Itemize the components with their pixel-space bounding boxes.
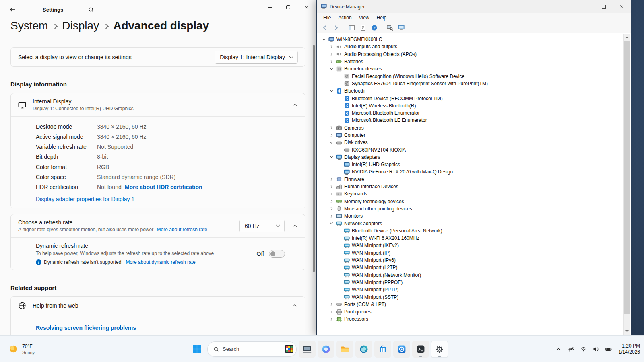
close-button[interactable] [613, 0, 631, 13]
minimize-button[interactable] [576, 0, 594, 13]
tree-item-win-8egmfkk00lc[interactable]: WIN-8EGMFKK00LC [318, 36, 623, 43]
taskbar-blue-app-button[interactable] [393, 341, 410, 358]
tray-volume-icon[interactable] [591, 344, 601, 354]
display-information-header[interactable]: Internal Display Display 1: Connected to… [11, 93, 305, 116]
tree-item-print-queues[interactable]: Print queues [318, 308, 623, 315]
tray-battery-icon[interactable] [604, 344, 613, 354]
tree-item-wan-miniport-network-monitor[interactable]: WAN Miniport (Network Monitor) [318, 272, 623, 279]
update-driver-icon[interactable] [396, 23, 407, 33]
start-button[interactable] [188, 341, 205, 358]
tree-item-keyboards[interactable]: Keyboards [318, 190, 623, 197]
tree-item-bluetooth-device-personal-area-network[interactable]: Bluetooth Device (Personal Area Network) [318, 227, 623, 234]
help-link-flickering[interactable]: Resolving screen flickering problems [36, 325, 136, 331]
maximize-button[interactable] [594, 0, 613, 13]
tree-caret-icon[interactable] [329, 199, 336, 204]
taskbar-store-button[interactable] [374, 341, 391, 358]
menu-file[interactable]: File [320, 13, 334, 22]
tree-item-ports-com-lpt[interactable]: Ports (COM & LPT) [318, 301, 623, 308]
back-arrow-icon[interactable] [320, 23, 330, 33]
settings-scrollbar[interactable] [313, 45, 315, 272]
tree-item-bluetooth[interactable]: Bluetooth [318, 87, 623, 95]
tree-caret-icon[interactable] [329, 45, 336, 49]
taskbar-dark-device-button[interactable] [299, 341, 316, 358]
tree-caret-icon[interactable] [329, 302, 336, 306]
tree-caret-icon[interactable] [329, 60, 336, 64]
tree-caret-icon[interactable] [329, 185, 336, 189]
display-selector-dropdown[interactable]: Display 1: Internal Display [215, 51, 298, 64]
search-button[interactable] [84, 3, 98, 16]
tree-caret-icon[interactable] [329, 155, 336, 159]
tree-item-processors[interactable]: Processors [318, 315, 623, 323]
scan-hardware-icon[interactable] [385, 23, 395, 33]
breadcrumb-system[interactable]: System [10, 19, 48, 32]
tree-item-wan-miniport-ip[interactable]: WAN Miniport (IP) [318, 249, 623, 257]
tree-item-intel-r-uhd-graphics[interactable]: Intel(R) UHD Graphics [318, 161, 623, 168]
tree-item-mice-and-other-pointing-devices[interactable]: Mice and other pointing devices [318, 205, 623, 212]
tree-item-wan-miniport-pppoe[interactable]: WAN Miniport (PPPOE) [318, 279, 623, 286]
taskbar-settings-gear-button[interactable] [431, 341, 448, 358]
refresh-rate-header[interactable]: Choose a refresh rate A higher rate give… [11, 214, 305, 237]
tree-item-wan-miniport-sstp[interactable]: WAN Miniport (SSTP) [318, 293, 623, 300]
tree-item-wan-miniport-ikev2[interactable]: WAN Miniport (IKEv2) [318, 242, 623, 249]
tree-item-batteries[interactable]: Batteries [318, 58, 623, 65]
back-button[interactable] [6, 3, 19, 16]
tree-item-display-adapters[interactable]: Display adapters [318, 154, 623, 161]
tree-caret-icon[interactable] [329, 206, 336, 211]
help-icon[interactable]: ? [369, 23, 380, 33]
tree-caret-icon[interactable] [329, 317, 336, 321]
display-adapter-properties-link[interactable]: Display adapter properties for Display 1 [11, 193, 305, 208]
refresh-rate-dropdown[interactable]: 60 Hz [239, 220, 285, 232]
taskbar-clock[interactable]: 1:20 PM 1/14/2026 [619, 343, 640, 355]
more-about-dynamic-refresh-link[interactable]: More about dynamic refresh rate [126, 259, 195, 265]
tree-caret-icon[interactable] [329, 125, 336, 130]
tree-caret-icon[interactable] [329, 89, 336, 93]
tree-item-facial-recognition-windows-hello-software-device[interactable]: Facial Recognition (Windows Hello) Softw… [318, 72, 623, 80]
more-about-refresh-rate-link[interactable]: More about refresh rate [157, 227, 207, 232]
tree-caret-icon[interactable] [329, 133, 336, 138]
taskbar-copilot-button[interactable] [318, 341, 334, 358]
collapse-expander-button[interactable] [293, 222, 298, 230]
tree-caret-icon[interactable] [329, 192, 336, 196]
tray-eye-slash-icon[interactable] [566, 344, 576, 354]
nav-menu-button[interactable] [22, 3, 35, 16]
tree-item-cameras[interactable]: Cameras [318, 124, 623, 132]
tree-caret-icon[interactable] [329, 221, 336, 226]
scroll-up-icon[interactable] [624, 34, 630, 41]
tree-item-computer[interactable]: Computer [318, 132, 623, 139]
collapse-expander-button[interactable] [293, 101, 298, 109]
minimize-button[interactable] [260, 0, 279, 14]
tree-caret-icon[interactable] [329, 310, 336, 314]
tree-item-wan-miniport-pptp[interactable]: WAN Miniport (PPTP) [318, 286, 623, 293]
close-button[interactable] [297, 0, 316, 14]
dm-scrollbar[interactable] [623, 34, 630, 335]
tray-chevron-up-icon[interactable] [554, 344, 564, 354]
breadcrumb-display[interactable]: Display [62, 19, 99, 32]
tree-caret-icon[interactable] [329, 67, 336, 71]
tree-item-network-adapters[interactable]: Network adapters [318, 220, 623, 227]
tree-item-monitors[interactable]: Monitors [318, 212, 623, 220]
tree-item-synaptics-fs7604-touch-fingerprint-sensor-with-pureprint-tm[interactable]: Synaptics FS7604 Touch Fingerprint Senso… [318, 80, 623, 87]
scrollbar-thumb[interactable] [624, 41, 630, 314]
console-tree-icon[interactable] [347, 23, 357, 33]
tree-item-disk-drives[interactable]: Disk drives [318, 139, 623, 146]
menu-help[interactable]: Help [373, 13, 390, 22]
tree-item-human-interface-devices[interactable]: Human Interface Devices [318, 183, 623, 190]
tree-item-microsoft-bluetooth-le-enumerator[interactable]: Microsoft Bluetooth LE Enumerator [318, 117, 623, 124]
tree-item-wan-miniport-l2tp[interactable]: WAN Miniport (L2TP) [318, 264, 623, 271]
tray-wifi-icon[interactable] [579, 344, 588, 354]
tree-item-wan-miniport-ipv6[interactable]: WAN Miniport (IPv6) [318, 257, 623, 264]
help-from-web-header[interactable]: Help from the web [11, 297, 305, 315]
tree-item-audio-processing-objects-apos[interactable]: Audio Processing Objects (APOs) [318, 51, 623, 58]
tree-caret-icon[interactable] [329, 177, 336, 181]
tree-item-audio-inputs-and-outputs[interactable]: Audio inputs and outputs [318, 43, 623, 50]
tree-item-bluetooth-device-rfcomm-protocol-tdi[interactable]: Bluetooth Device (RFCOMM Protocol TDI) [318, 95, 623, 102]
tree-item-nvidia-geforce-rtx-2070-with-max-q-design[interactable]: NVIDIA GeForce RTX 2070 with Max-Q Desig… [318, 168, 623, 175]
more-about-hdr-link[interactable]: More about HDR certification [125, 184, 202, 190]
tree-caret-icon[interactable] [329, 52, 336, 56]
tree-item-intel-r-wi-fi-6-ax201-160mhz[interactable]: Intel(R) Wi-Fi 6 AX201 160MHz [318, 234, 623, 242]
taskbar-file-explorer-button[interactable] [336, 341, 353, 358]
scroll-down-icon[interactable] [624, 328, 630, 335]
weather-widget[interactable]: 70°F Sunny [5, 341, 38, 356]
collapse-expander-button[interactable] [293, 302, 298, 309]
tree-caret-icon[interactable] [329, 140, 336, 145]
